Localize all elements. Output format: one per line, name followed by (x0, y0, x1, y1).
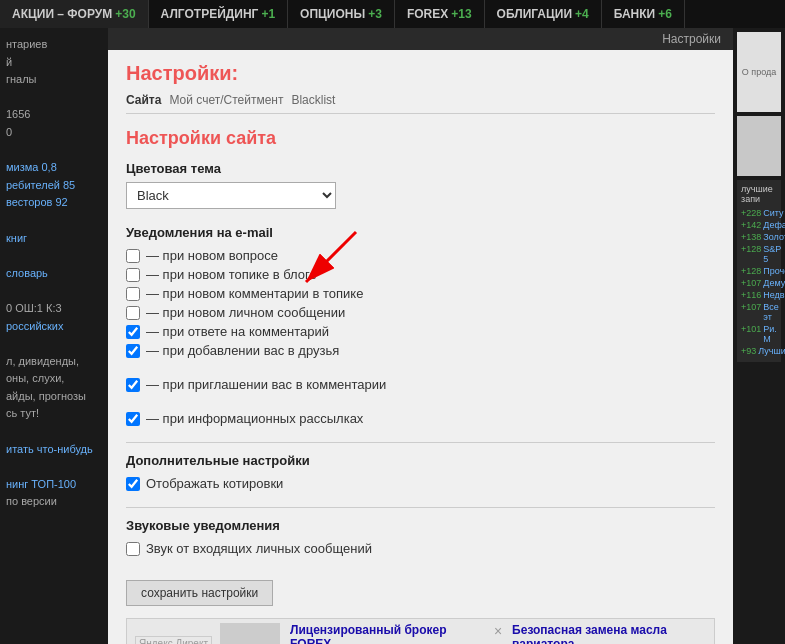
sound-checkbox-input-0[interactable] (126, 542, 140, 556)
sidebar-link-top[interactable]: нинг ТОП-100 (6, 476, 102, 494)
right-ad-text-1: О прода (742, 67, 776, 77)
email-checkbox-extra-label-1: — при информационных рассылках (146, 411, 363, 426)
tab-blacklist[interactable]: Blacklist (291, 91, 335, 109)
settings-content: Настройки: Сайта Мой счет/Стейтмент Blac… (108, 50, 733, 644)
best-post-4: +128 Проче (741, 266, 777, 276)
color-theme-select[interactable]: Black White Dark Blue (126, 182, 336, 209)
sidebar-link-treb[interactable]: ребителей 85 (6, 177, 102, 195)
ad-block-1-title[interactable]: Безопасная замена масла вариатора (512, 623, 706, 644)
email-checkbox-5: — при добавлении вас в друзья (126, 343, 715, 358)
sidebar-text-5: 0 (6, 124, 102, 142)
email-checkbox-0: — при новом вопросе (126, 248, 715, 263)
email-checkbox-3: — при новом личном сообщении (126, 305, 715, 320)
top-navigation: АКЦИИ – ФОРУМ +30 АЛГОТРЕЙДИНГ +1 ОПЦИОН… (0, 0, 785, 28)
additional-settings-title: Дополнительные настройки (126, 453, 715, 468)
email-checkbox-label-5: — при добавлении вас в друзья (146, 343, 339, 358)
settings-topbar: Настройки (108, 28, 733, 50)
save-button[interactable]: сохранить настройки (126, 580, 273, 606)
ad-close-icon[interactable]: × (494, 623, 502, 644)
sidebar-text-2: й (6, 54, 102, 72)
email-checkbox-label-2: — при новом комментарии в топике (146, 286, 363, 301)
email-checkbox-input-3[interactable] (126, 306, 140, 320)
email-checkbox-label-0: — при новом вопросе (146, 248, 278, 263)
sidebar-link-books[interactable]: книг (6, 230, 102, 248)
email-checkbox-label-3: — при новом личном сообщении (146, 305, 345, 320)
right-sidebar: О прода лучшие запи +228 Ситу +142 Дефа … (733, 28, 785, 644)
sound-notifications-title: Звуковые уведомления (126, 518, 715, 533)
right-sidebar-ad-1: О прода (737, 32, 781, 112)
email-checkbox-2: — при новом комментарии в топике (126, 286, 715, 301)
ad-block-1: Безопасная замена масла вариатора 1000% … (512, 623, 706, 644)
ad-block-0-title[interactable]: Лицензированный брокер FOREX (290, 623, 484, 644)
best-post-9: +93 Лучшие (741, 346, 777, 356)
email-checkbox-extra-label-0: — при приглашении вас в комментарии (146, 377, 386, 392)
email-checkbox-1: — при новом топике в блоге (126, 267, 715, 282)
sound-checkbox-0: Звук от входящих личных сообщений (126, 541, 715, 556)
color-theme-label: Цветовая тема (126, 161, 715, 176)
sidebar-text-aydy: айды, прогнозы (6, 388, 102, 406)
tab-account[interactable]: Мой счет/Стейтмент (169, 91, 283, 109)
left-sidebar: нтариев й гналы 1656 0 мизма 0,8 ребител… (0, 28, 108, 644)
additional-checkbox-input-0[interactable] (126, 477, 140, 491)
nav-algotreyding[interactable]: АЛГОТРЕЙДИНГ +1 (149, 0, 289, 28)
email-checkbox-input-1[interactable] (126, 268, 140, 282)
sound-notifications-section: Звуковые уведомления Звук от входящих ли… (126, 518, 715, 556)
sidebar-link-ross[interactable]: российских (6, 318, 102, 336)
nav-bonds[interactable]: ОБЛИГАЦИИ +4 (485, 0, 602, 28)
divider-2 (126, 507, 715, 508)
email-checkbox-extra-0: — при приглашении вас в комментарии (126, 377, 715, 392)
email-checkbox-extra-input-1[interactable] (126, 412, 140, 426)
email-checkbox-input-0[interactable] (126, 249, 140, 263)
email-notifications-title: Уведомления на e-mail (126, 225, 715, 240)
best-post-0: +228 Ситу (741, 208, 777, 218)
email-checkbox-input-2[interactable] (126, 287, 140, 301)
sidebar-text-3: гналы (6, 71, 102, 89)
sidebar-link-read[interactable]: итать что-нибудь (6, 441, 102, 459)
ad-image (220, 623, 280, 644)
page-title: Настройки: (126, 62, 715, 85)
sidebar-text-ver: по версии (6, 493, 102, 511)
sidebar-link-vest[interactable]: весторов 92 (6, 194, 102, 212)
ad-block-0: Лицензированный брокер FOREX 1000% Стрел… (290, 623, 484, 644)
sidebar-text-4: 1656 (6, 106, 102, 124)
settings-tabs: Сайта Мой счет/Стейтмент Blacklist (126, 91, 715, 114)
nav-banks[interactable]: БАНКИ +6 (602, 0, 685, 28)
email-checkbox-4: — при ответе на комментарий (126, 324, 715, 339)
sidebar-link-mizm[interactable]: мизма 0,8 (6, 159, 102, 177)
email-checkbox-input-5[interactable] (126, 344, 140, 358)
content-area: Настройки Настройки: Сайта Мой счет/Стей… (108, 28, 733, 644)
email-checkbox-label-4: — при ответе на комментарий (146, 324, 329, 339)
right-sidebar-ad-2 (737, 116, 781, 176)
best-post-5: +107 Дему (741, 278, 777, 288)
email-checkbox-extra-1: — при информационных рассылках (126, 411, 715, 426)
sidebar-text-1: нтариев (6, 36, 102, 54)
sidebar-link-dict[interactable]: словарь (6, 265, 102, 283)
color-theme-group: Цветовая тема Black White Dark Blue (126, 161, 715, 209)
sound-checkbox-label-0: Звук от входящих личных сообщений (146, 541, 372, 556)
best-post-6: +116 Недви (741, 290, 777, 300)
nav-forex[interactable]: FOREX +13 (395, 0, 485, 28)
nav-options[interactable]: ОПЦИОНЫ +3 (288, 0, 395, 28)
best-post-2: +138 Золот (741, 232, 777, 242)
ad-label: Яндекс Директ (135, 636, 212, 645)
best-post-1: +142 Дефа (741, 220, 777, 230)
email-checkbox-label-1: — при новом топике в блоге (146, 267, 317, 282)
nav-aktsii[interactable]: АКЦИИ – ФОРУМ +30 (0, 0, 149, 28)
additional-checkbox-0: Отображать котировки (126, 476, 715, 491)
sidebar-text-div: л, дивиденды, (6, 353, 102, 371)
email-notifications-section: Уведомления на e-mail — при новом вопрос… (126, 225, 715, 426)
checkbox-rows-container: — при новом вопросе — при новом топике в… (126, 248, 715, 358)
best-post-7: +107 Все эт (741, 302, 777, 322)
divider-1 (126, 442, 715, 443)
main-layout: нтариев й гналы 1656 0 мизма 0,8 ребител… (0, 28, 785, 644)
email-checkbox-input-4[interactable] (126, 325, 140, 339)
best-post-8: +101 Ри. М (741, 324, 777, 344)
tab-sayta[interactable]: Сайта (126, 91, 161, 109)
best-posts-panel: лучшие запи +228 Ситу +142 Дефа +138 Зол… (737, 180, 781, 362)
email-checkbox-extra-input-0[interactable] (126, 378, 140, 392)
sidebar-text-osh: 0 ОШ:1 К:3 (6, 300, 102, 318)
additional-checkbox-label-0: Отображать котировки (146, 476, 283, 491)
ad-area: Яндекс Директ Лицензированный брокер FOR… (126, 618, 715, 644)
sidebar-text-ony: оны, слухи, (6, 370, 102, 388)
sidebar-text-tut: сь тут! (6, 405, 102, 423)
